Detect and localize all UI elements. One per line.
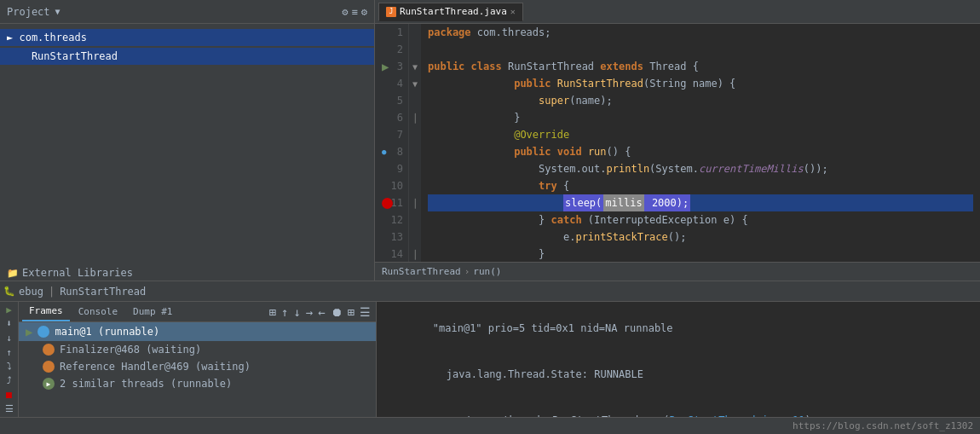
millis-param: millis (603, 194, 643, 211)
thread-icon-main (37, 326, 49, 338)
frames-tab[interactable]: Frames (22, 302, 70, 321)
gutter-7 (409, 126, 421, 143)
gutter-14: │ (409, 246, 421, 262)
gutter-3[interactable]: ▼ (409, 58, 421, 75)
classname: RunStartThread (508, 58, 594, 75)
project-dropdown-icon[interactable]: ▼ (55, 7, 61, 16)
thread-label-main: main@1 (runnable) (55, 326, 159, 338)
project-panel: ► com.threads RunStartThread 📁 External … (0, 24, 375, 281)
resume-btn[interactable]: ▶ (2, 304, 17, 316)
breadcrumb-separator: › (464, 266, 470, 277)
frames-toolbar-btn-5[interactable]: ← (316, 305, 326, 319)
thread-item-finalizer[interactable]: Finalizer@468 (waiting) (19, 341, 376, 358)
gutter-12 (409, 211, 421, 229)
highlighted-tree-text: ► com.threads (7, 32, 87, 43)
thread-icon-similar: ▶ (43, 378, 55, 390)
frames-header: Frames Console Dump #1 ⊞ ↑ ↓ → ← ⏺ ⊞ ☰ (19, 302, 376, 322)
param-string: String (649, 75, 686, 92)
console-line-1: "main@1" prio=5 tid=0x1 nid=NA runnable (383, 305, 973, 351)
gutter-5 (409, 92, 421, 109)
sleep-call: sleep( (563, 194, 603, 211)
code-line-2 (428, 41, 973, 58)
settings-debug-btn[interactable]: ☰ (2, 402, 17, 415)
println-method: println (607, 160, 650, 177)
line-num-5: 5 (380, 92, 403, 109)
line-num-12: 12 (380, 211, 403, 229)
frames-toolbar-btn-8[interactable]: ☰ (358, 305, 372, 319)
settings-icon-1[interactable]: ⚙ (342, 6, 348, 18)
print-stack-trace: printStackTrace (575, 229, 667, 246)
line-num-9: 9 (380, 160, 403, 177)
debug-toolbar: ▶ ⬇ ↓ ↑ ⤵ ⤴ ⏹ ☰ (0, 302, 19, 417)
step-out-btn[interactable]: ↑ (2, 346, 17, 359)
debug-session-label-1: ebug (19, 286, 43, 298)
java-file-icon: J (386, 7, 396, 17)
frames-toolbar-btn-3[interactable]: ↓ (291, 305, 302, 319)
line-num-8: ● 8 (380, 143, 403, 160)
sleep-arg: 2000); (644, 194, 691, 211)
code-line-1: package com.threads; (428, 24, 973, 41)
console-tab[interactable]: Console (72, 302, 124, 321)
status-url: https://blog.csdn.net/soft_z1302 (793, 420, 973, 431)
breakpoint-icon[interactable] (382, 198, 393, 209)
run-to-cursor-btn[interactable]: ⤵ (2, 361, 17, 373)
evaluate-btn[interactable]: ⤴ (2, 374, 17, 387)
current-time-millis: currentTimeMillis (699, 160, 804, 177)
thread-icon-finalizer (43, 344, 55, 356)
external-libraries: 📁 External Libraries (0, 265, 374, 281)
session-separator: | (49, 286, 55, 298)
breadcrumb-class[interactable]: RunStartThread (382, 266, 461, 277)
line-num-4: 4 (380, 75, 403, 92)
frames-toolbar-btn-6[interactable]: ⏺ (329, 305, 344, 319)
step-over-btn[interactable]: ⬇ (2, 318, 17, 331)
main-content: ► com.threads RunStartThread 📁 External … (0, 24, 980, 281)
thread-item-refhandler[interactable]: Reference Handler@469 (waiting) (19, 358, 376, 375)
highlighted-tree-item[interactable]: ► com.threads (0, 29, 374, 46)
gutter-11: │ (409, 194, 421, 211)
settings-icon-2[interactable]: ≡ (352, 6, 358, 18)
thread-item-similar[interactable]: ▶ 2 similar threads (runnable) (19, 375, 376, 392)
frames-toolbar-btn-2[interactable]: ↑ (280, 305, 290, 319)
stop-btn[interactable]: ⏹ (2, 389, 17, 402)
gutter-4[interactable]: ▼ (409, 75, 421, 92)
line-num-13: 13 (380, 229, 403, 246)
debug-dot-icon: ● (382, 143, 386, 160)
gutter-13 (409, 229, 421, 246)
frames-panel: Frames Console Dump #1 ⊞ ↑ ↓ → ← ⏺ ⊞ ☰ ▶ (19, 302, 377, 417)
code-editor: 1 2 ▶ 3 4 5 6 7 ● 8 9 10 11 (375, 24, 980, 262)
frames-toolbar-btn-4[interactable]: → (304, 305, 314, 319)
console-text-1: "main@1" prio=5 tid=0x1 nid=NA runnable (433, 322, 673, 334)
tab-runstartthread[interactable]: J RunStartThread.java ✕ (378, 3, 523, 21)
thread-classname: Thread (649, 58, 686, 75)
step-into-btn[interactable]: ↓ (2, 332, 17, 344)
editor-area: 1 2 ▶ 3 4 5 6 7 ● 8 9 10 11 (375, 24, 980, 281)
gutter-9 (409, 160, 421, 177)
thread-label-refhandler: Reference Handler@469 (waiting) (60, 361, 251, 373)
external-libraries-label: External Libraries (22, 267, 133, 279)
highlighted-tree-item-2[interactable]: RunStartThread (0, 48, 374, 65)
line-num-7: 7 (380, 126, 403, 143)
settings-icon-3[interactable]: ⚙ (361, 6, 367, 18)
line-num-3: ▶ 3 (380, 58, 403, 75)
gutter: ▼ ▼ │ │ │ (409, 24, 421, 262)
line-num-10: 10 (380, 177, 403, 194)
line-num-14: 14 (380, 246, 403, 262)
breadcrumb-method[interactable]: run() (473, 266, 501, 277)
debug-session-bar: 🐛 ebug | RunStartThread (0, 281, 980, 302)
frames-toolbar: ⊞ ↑ ↓ → ← ⏺ ⊞ ☰ (267, 305, 372, 319)
thread-label-finalizer: Finalizer@468 (waiting) (60, 344, 201, 356)
super-call: super (539, 92, 569, 109)
thread-label-similar: 2 similar threads (runnable) (60, 378, 232, 390)
dump-tab[interactable]: Dump #1 (126, 302, 179, 321)
gutter-1 (409, 24, 421, 41)
code-content[interactable]: package com.threads; public class RunSta… (421, 24, 980, 262)
editor-tabs: J RunStartThread.java ✕ (375, 3, 980, 21)
project-panel-header: Project ▼ ⚙ ≡ ⚙ (0, 0, 375, 23)
tab-close-icon[interactable]: ✕ (510, 7, 516, 16)
thread-item-main[interactable]: ▶ main@1 (runnable) (19, 322, 376, 341)
gutter-8 (409, 143, 421, 160)
frames-toolbar-btn-1[interactable]: ⊞ (267, 305, 277, 319)
frames-toolbar-btn-7[interactable]: ⊞ (346, 305, 356, 319)
console-text-2: java.lang.Thread.State: RUNNABLE (447, 368, 643, 380)
kw-void: void (557, 143, 582, 160)
